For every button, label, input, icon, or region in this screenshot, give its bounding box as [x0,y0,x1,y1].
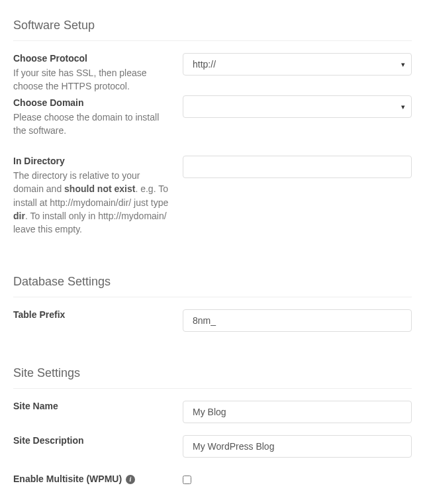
multisite-label: Enable Multisite (WPMU) i [13,474,172,484]
site-description-input[interactable] [183,435,412,458]
info-icon[interactable]: i [126,475,135,484]
database-settings-title: Database Settings [13,275,412,289]
domain-label: Choose Domain [13,97,172,108]
protocol-help: If your site has SSL, then please choose… [13,66,172,93]
site-name-input[interactable] [183,401,412,423]
divider [13,388,412,389]
multisite-checkbox[interactable] [183,476,191,484]
divider [13,297,412,297]
site-settings-title: Site Settings [13,366,412,380]
domain-select[interactable] [183,95,412,118]
directory-input[interactable] [183,156,412,178]
directory-help: The directory is relative to your domain… [13,169,172,236]
site-name-label: Site Name [13,401,172,411]
software-setup-title: Software Setup [13,19,412,32]
protocol-label: Choose Protocol [13,53,172,64]
table-prefix-input[interactable] [183,309,412,332]
directory-label: In Directory [13,156,172,166]
domain-help: Please choose the domain to install the … [13,111,172,138]
site-description-label: Site Description [13,435,172,446]
divider [13,40,412,41]
table-prefix-label: Table Prefix [13,309,172,320]
protocol-select[interactable]: http:// [183,53,412,76]
